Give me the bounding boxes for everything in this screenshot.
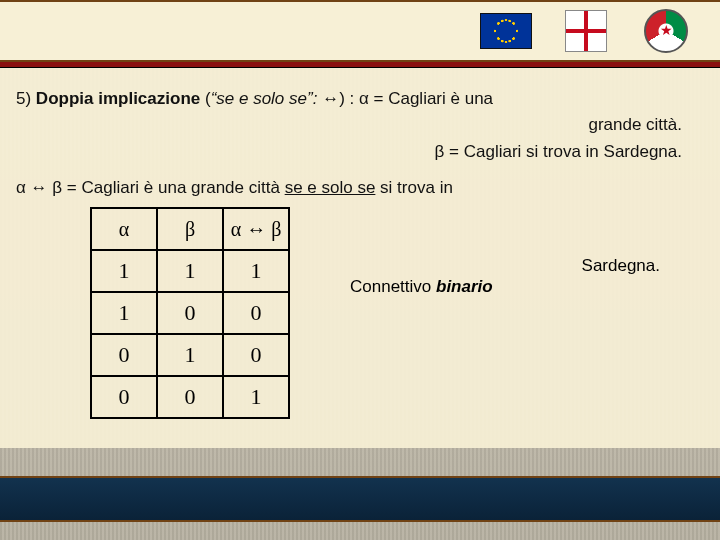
col-alpha: α bbox=[91, 208, 157, 250]
slide-content: 5) Doppia implicazione (“se e solo se”: … bbox=[0, 68, 720, 448]
composed-sentence: α ↔ β = Cagliari è una grande città se e… bbox=[10, 175, 710, 201]
italy-emblem-icon bbox=[640, 13, 692, 49]
heading-line: 5) Doppia implicazione (“se e solo se”: … bbox=[10, 86, 710, 112]
sardinia-flag-icon bbox=[560, 13, 612, 49]
table-row: 1 0 0 bbox=[91, 292, 289, 334]
composed-text2: si trova in bbox=[375, 178, 452, 197]
header-bar bbox=[0, 0, 720, 62]
paren-close: ) : bbox=[339, 89, 354, 108]
truth-table-area: α β α ↔ β 1 1 1 1 0 0 0 1 0 0 0 bbox=[10, 207, 710, 419]
col-result: α ↔ β bbox=[223, 208, 289, 250]
table-header-row: α β α ↔ β bbox=[91, 208, 289, 250]
heading-number: 5) bbox=[16, 89, 31, 108]
table-row: 0 1 0 bbox=[91, 334, 289, 376]
footer-band bbox=[0, 476, 720, 522]
table-row: 0 0 1 bbox=[91, 376, 289, 418]
alpha-definition: α = Cagliari è una bbox=[359, 89, 493, 108]
heading-title: Doppia implicazione bbox=[36, 89, 200, 108]
heading-italic: “se e solo se”: bbox=[211, 89, 318, 108]
header-separator bbox=[0, 62, 720, 68]
composed-text1: Cagliari è una grande città bbox=[81, 178, 284, 197]
side-note-bold: binario bbox=[436, 277, 493, 296]
eu-flag-icon bbox=[480, 13, 532, 49]
composed-underlined: se e solo se bbox=[285, 178, 376, 197]
side-note-prefix: Connettivo bbox=[350, 277, 436, 296]
beta-definition: β = Cagliari si trova in Sardegna. bbox=[10, 139, 710, 165]
side-note: Connettivo binario bbox=[350, 277, 493, 297]
composed-lhs: α ↔ β bbox=[16, 178, 62, 197]
alpha-def-tail: grande città. bbox=[10, 112, 710, 138]
composed-tail: Sardegna. bbox=[582, 256, 660, 276]
truth-table: α β α ↔ β 1 1 1 1 0 0 0 1 0 0 0 bbox=[90, 207, 290, 419]
composed-eq: = bbox=[67, 178, 77, 197]
biconditional-symbol: ↔ bbox=[322, 89, 339, 108]
table-row: 1 1 1 bbox=[91, 250, 289, 292]
col-beta: β bbox=[157, 208, 223, 250]
